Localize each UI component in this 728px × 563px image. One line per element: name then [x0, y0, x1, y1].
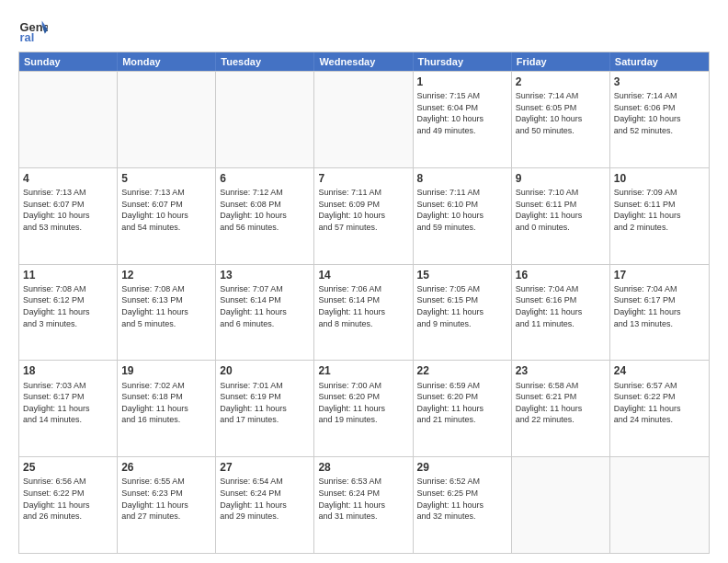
calendar-cell: 25Sunrise: 6:56 AM Sunset: 6:22 PM Dayli…	[19, 457, 118, 553]
calendar-header-cell: Saturday	[610, 52, 709, 71]
calendar-cell: 8Sunrise: 7:11 AM Sunset: 6:10 PM Daylig…	[414, 168, 512, 264]
calendar-cell: 5Sunrise: 7:13 AM Sunset: 6:07 PM Daylig…	[118, 168, 216, 264]
calendar-body: 1Sunrise: 7:15 AM Sunset: 6:04 PM Daylig…	[19, 71, 709, 553]
calendar-header-cell: Thursday	[414, 52, 512, 71]
day-number: 21	[318, 363, 408, 378]
day-number: 29	[417, 460, 507, 475]
calendar-cell: 9Sunrise: 7:10 AM Sunset: 6:11 PM Daylig…	[512, 168, 610, 264]
day-info: Sunrise: 7:03 AM Sunset: 6:17 PM Dayligh…	[23, 380, 113, 426]
day-info: Sunrise: 7:06 AM Sunset: 6:14 PM Dayligh…	[318, 283, 408, 329]
calendar-cell	[314, 72, 413, 167]
calendar-header-cell: Tuesday	[216, 52, 314, 71]
day-info: Sunrise: 6:59 AM Sunset: 6:20 PM Dayligh…	[417, 380, 507, 426]
calendar-cell: 7Sunrise: 7:11 AM Sunset: 6:09 PM Daylig…	[314, 168, 413, 264]
day-number: 8	[417, 171, 507, 186]
calendar-cell: 28Sunrise: 6:53 AM Sunset: 6:24 PM Dayli…	[314, 457, 413, 553]
day-info: Sunrise: 6:55 AM Sunset: 6:23 PM Dayligh…	[121, 476, 211, 522]
day-info: Sunrise: 6:53 AM Sunset: 6:24 PM Dayligh…	[318, 476, 408, 522]
day-info: Sunrise: 6:58 AM Sunset: 6:21 PM Dayligh…	[516, 380, 606, 426]
calendar-cell: 10Sunrise: 7:09 AM Sunset: 6:11 PM Dayli…	[610, 168, 709, 264]
day-info: Sunrise: 7:12 AM Sunset: 6:08 PM Dayligh…	[220, 187, 310, 233]
day-number: 27	[220, 460, 310, 475]
day-info: Sunrise: 7:08 AM Sunset: 6:13 PM Dayligh…	[121, 283, 211, 329]
day-number: 18	[23, 363, 113, 378]
logo: Gene ral	[18, 15, 51, 44]
calendar-row: 1Sunrise: 7:15 AM Sunset: 6:04 PM Daylig…	[19, 71, 709, 167]
calendar-cell	[19, 72, 118, 167]
calendar-cell: 14Sunrise: 7:06 AM Sunset: 6:14 PM Dayli…	[314, 265, 413, 361]
day-info: Sunrise: 7:04 AM Sunset: 6:16 PM Dayligh…	[516, 283, 606, 329]
calendar-cell: 1Sunrise: 7:15 AM Sunset: 6:04 PM Daylig…	[414, 72, 512, 167]
calendar-cell: 22Sunrise: 6:59 AM Sunset: 6:20 PM Dayli…	[414, 361, 512, 456]
day-info: Sunrise: 7:14 AM Sunset: 6:06 PM Dayligh…	[614, 90, 705, 136]
calendar-cell: 15Sunrise: 7:05 AM Sunset: 6:15 PM Dayli…	[414, 265, 512, 361]
day-number: 26	[121, 460, 211, 475]
day-number: 15	[417, 268, 507, 282]
day-info: Sunrise: 7:02 AM Sunset: 6:18 PM Dayligh…	[121, 380, 211, 426]
day-info: Sunrise: 7:05 AM Sunset: 6:15 PM Dayligh…	[417, 283, 507, 329]
calendar-header-cell: Sunday	[19, 52, 118, 71]
day-number: 3	[614, 75, 705, 89]
calendar-cell: 27Sunrise: 6:54 AM Sunset: 6:24 PM Dayli…	[216, 457, 314, 553]
day-info: Sunrise: 6:52 AM Sunset: 6:25 PM Dayligh…	[417, 476, 507, 522]
day-number: 14	[318, 268, 408, 282]
day-info: Sunrise: 7:08 AM Sunset: 6:12 PM Dayligh…	[23, 283, 113, 329]
day-info: Sunrise: 7:13 AM Sunset: 6:07 PM Dayligh…	[23, 187, 113, 233]
day-info: Sunrise: 7:00 AM Sunset: 6:20 PM Dayligh…	[318, 380, 408, 426]
calendar-header: SundayMondayTuesdayWednesdayThursdayFrid…	[19, 52, 709, 71]
calendar-cell	[216, 72, 314, 167]
calendar-cell: 24Sunrise: 6:57 AM Sunset: 6:22 PM Dayli…	[610, 361, 709, 456]
logo-icon: Gene ral	[18, 15, 48, 44]
day-number: 23	[516, 363, 606, 378]
day-info: Sunrise: 7:13 AM Sunset: 6:07 PM Dayligh…	[121, 187, 211, 233]
day-number: 2	[516, 75, 606, 89]
day-number: 19	[121, 363, 211, 378]
day-number: 13	[220, 268, 310, 282]
day-info: Sunrise: 7:04 AM Sunset: 6:17 PM Dayligh…	[614, 283, 705, 329]
day-number: 24	[614, 363, 705, 378]
day-number: 6	[220, 171, 310, 186]
day-number: 12	[121, 268, 211, 282]
calendar-cell: 13Sunrise: 7:07 AM Sunset: 6:14 PM Dayli…	[216, 265, 314, 361]
calendar-cell: 4Sunrise: 7:13 AM Sunset: 6:07 PM Daylig…	[19, 168, 118, 264]
calendar-cell: 12Sunrise: 7:08 AM Sunset: 6:13 PM Dayli…	[118, 265, 216, 361]
calendar-header-cell: Friday	[512, 52, 610, 71]
day-number: 4	[23, 171, 113, 186]
svg-text:ral: ral	[20, 30, 35, 44]
day-number: 9	[516, 171, 606, 186]
calendar-cell: 6Sunrise: 7:12 AM Sunset: 6:08 PM Daylig…	[216, 168, 314, 264]
day-info: Sunrise: 6:56 AM Sunset: 6:22 PM Dayligh…	[23, 476, 113, 522]
calendar-cell: 17Sunrise: 7:04 AM Sunset: 6:17 PM Dayli…	[610, 265, 709, 361]
calendar-cell: 20Sunrise: 7:01 AM Sunset: 6:19 PM Dayli…	[216, 361, 314, 456]
calendar-row: 4Sunrise: 7:13 AM Sunset: 6:07 PM Daylig…	[19, 167, 709, 264]
day-number: 20	[220, 363, 310, 378]
day-number: 10	[614, 171, 705, 186]
day-number: 25	[23, 460, 113, 475]
calendar-row: 11Sunrise: 7:08 AM Sunset: 6:12 PM Dayli…	[19, 264, 709, 361]
calendar-cell: 29Sunrise: 6:52 AM Sunset: 6:25 PM Dayli…	[414, 457, 512, 553]
calendar-cell: 3Sunrise: 7:14 AM Sunset: 6:06 PM Daylig…	[610, 72, 709, 167]
day-number: 11	[23, 268, 113, 282]
calendar: SundayMondayTuesdayWednesdayThursdayFrid…	[18, 52, 710, 554]
calendar-cell: 2Sunrise: 7:14 AM Sunset: 6:05 PM Daylig…	[512, 72, 610, 167]
calendar-header-cell: Wednesday	[314, 52, 413, 71]
calendar-cell: 23Sunrise: 6:58 AM Sunset: 6:21 PM Dayli…	[512, 361, 610, 456]
day-info: Sunrise: 7:07 AM Sunset: 6:14 PM Dayligh…	[220, 283, 310, 329]
calendar-row: 25Sunrise: 6:56 AM Sunset: 6:22 PM Dayli…	[19, 456, 709, 553]
day-info: Sunrise: 7:11 AM Sunset: 6:10 PM Dayligh…	[417, 187, 507, 233]
calendar-cell: 26Sunrise: 6:55 AM Sunset: 6:23 PM Dayli…	[118, 457, 216, 553]
day-info: Sunrise: 7:01 AM Sunset: 6:19 PM Dayligh…	[220, 380, 310, 426]
calendar-cell: 19Sunrise: 7:02 AM Sunset: 6:18 PM Dayli…	[118, 361, 216, 456]
day-info: Sunrise: 7:10 AM Sunset: 6:11 PM Dayligh…	[516, 187, 606, 233]
day-info: Sunrise: 6:54 AM Sunset: 6:24 PM Dayligh…	[220, 476, 310, 522]
calendar-cell	[118, 72, 216, 167]
day-number: 28	[318, 460, 408, 475]
calendar-header-cell: Monday	[118, 52, 216, 71]
day-number: 7	[318, 171, 408, 186]
day-info: Sunrise: 6:57 AM Sunset: 6:22 PM Dayligh…	[614, 380, 705, 426]
day-info: Sunrise: 7:15 AM Sunset: 6:04 PM Dayligh…	[417, 90, 507, 136]
calendar-row: 18Sunrise: 7:03 AM Sunset: 6:17 PM Dayli…	[19, 360, 709, 456]
calendar-cell: 18Sunrise: 7:03 AM Sunset: 6:17 PM Dayli…	[19, 361, 118, 456]
calendar-cell	[610, 457, 709, 553]
day-info: Sunrise: 7:14 AM Sunset: 6:05 PM Dayligh…	[516, 90, 606, 136]
